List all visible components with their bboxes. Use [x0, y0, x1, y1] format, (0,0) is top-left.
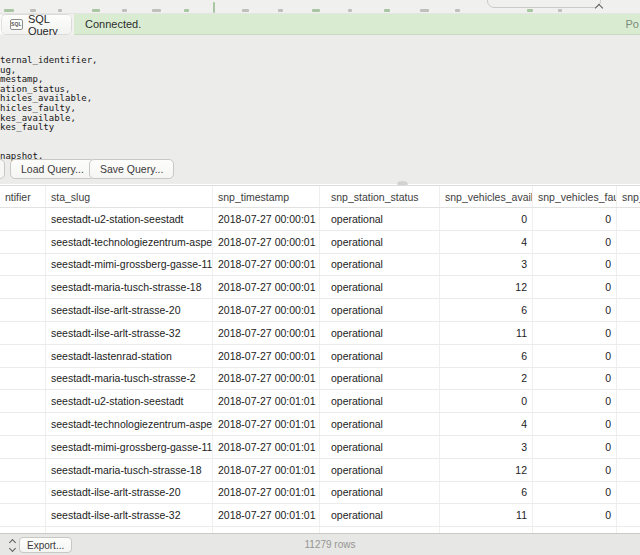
column-header-snp_b[interactable]: snp_b — [617, 186, 640, 207]
table-cell: 4 — [440, 231, 533, 253]
row-count-label: 11279 rows — [305, 539, 356, 550]
table-cell: 3 — [440, 436, 533, 458]
table-cell — [617, 459, 640, 481]
table-cell: 0 — [533, 459, 617, 481]
table-cell: seestadt-mimi-grossberg-gasse-11 — [46, 254, 213, 276]
table-cell — [617, 345, 640, 367]
table-cell: operational — [320, 208, 440, 230]
table-row[interactable]: seestadt-maria-tusch-strasse-22018-07-27… — [0, 368, 640, 391]
tab-label: SQL Query — [28, 13, 71, 37]
table-cell: 2018-07-27 00:01:01 — [213, 504, 320, 526]
table-cell: 2018-07-27 00:00:01 — [213, 276, 320, 298]
table-cell — [0, 276, 46, 298]
status-bar-clipped-right-text: Po — [626, 18, 639, 30]
table-cell: seestadt-ilse-arlt-strasse-20 — [46, 299, 213, 321]
table-row[interactable]: seestadt-mimi-grossberg-gasse-112018-07-… — [0, 436, 640, 459]
table-cell: seestadt-ilse-arlt-strasse-20 — [46, 482, 213, 504]
sql-code[interactable]: ternal_identifier,ug,mestamp,ation_statu… — [0, 56, 98, 162]
column-header-ntifier[interactable]: ntifier — [0, 186, 46, 207]
table-cell: operational — [320, 345, 440, 367]
table-row[interactable]: seestadt-ilse-arlt-strasse-322018-07-27 … — [0, 322, 640, 345]
table-row[interactable]: seestadt-lastenrad-station2018-07-27 00:… — [0, 345, 640, 368]
table-cell — [0, 390, 46, 412]
clipped-text-fragment — [152, 9, 161, 12]
load-query-button[interactable]: Load Query... — [10, 159, 95, 179]
clipped-text-fragment — [348, 9, 352, 12]
table-cell: 2018-07-27 00:01:01 — [213, 436, 320, 458]
table-cell: 2018-07-27 00:00:01 — [213, 345, 320, 367]
table-cell: 2018-07-27 00:00:01 — [213, 368, 320, 390]
clipped-toolbar-strip — [0, 0, 640, 14]
table-row[interactable]: seestadt-maria-tusch-strasse-182018-07-2… — [0, 276, 640, 299]
table-cell: seestadt-maria-tusch-strasse-2 — [46, 368, 213, 390]
table-cell: 2018-07-27 00:00:01 — [213, 299, 320, 321]
table-row[interactable]: seestadt-u2-station-seestadt2018-07-27 0… — [0, 208, 640, 231]
table-cell: seestadt-u2-station-seestadt — [46, 390, 213, 412]
clipped-text-fragment — [242, 9, 249, 12]
table-cell — [617, 276, 640, 298]
table-cell — [617, 368, 640, 390]
table-cell: seestadt-ilse-arlt-strasse-32 — [46, 322, 213, 344]
save-query-button[interactable]: Save Query... — [89, 159, 174, 179]
table-cell: 2018-07-27 00:01:01 — [213, 482, 320, 504]
table-row[interactable]: seestadt-ilse-arlt-strasse-202018-07-27 … — [0, 482, 640, 505]
table-cell — [617, 390, 640, 412]
table-cell — [617, 299, 640, 321]
clipped-text-fragment — [4, 9, 14, 12]
table-cell — [617, 254, 640, 276]
table-cell — [0, 504, 46, 526]
table-cell: 0 — [440, 208, 533, 230]
sql-icon-text: SQL — [11, 21, 22, 27]
sql-code-line — [0, 133, 98, 143]
table-cell: seestadt-technologiezentrum-aspern-iq — [46, 231, 213, 253]
table-cell: 2018-07-27 00:00:01 — [213, 254, 320, 276]
table-cell — [617, 208, 640, 230]
table-cell: 6 — [440, 299, 533, 321]
table-row[interactable]: seestadt-technologiezentrum-aspern-iq201… — [0, 231, 640, 254]
tab-sql-query[interactable]: SQL SQL Query — [2, 15, 71, 34]
table-cell: operational — [320, 299, 440, 321]
sql-code-line: kes_faulty — [0, 123, 98, 133]
table-cell — [617, 482, 640, 504]
table-row[interactable]: seestadt-mimi-grossberg-gasse-112018-07-… — [0, 254, 640, 277]
collapse-chevron-icon[interactable] — [596, 3, 603, 10]
clipped-text-fragment — [92, 9, 100, 12]
table-cell: 11 — [440, 504, 533, 526]
table-cell: 2 — [440, 368, 533, 390]
table-cell — [0, 322, 46, 344]
table-cell: operational — [320, 436, 440, 458]
table-row[interactable]: seestadt-u2-station-seestadt2018-07-27 0… — [0, 390, 640, 413]
table-row[interactable]: seestadt-ilse-arlt-strasse-202018-07-27 … — [0, 299, 640, 322]
clipped-button[interactable] — [0, 159, 5, 179]
table-cell — [0, 368, 46, 390]
table-cell: 4 — [440, 413, 533, 435]
table-row[interactable]: seestadt-maria-tusch-strasse-182018-07-2… — [0, 459, 640, 482]
table-cell — [0, 254, 46, 276]
table-cell: seestadt-mimi-grossberg-gasse-11 — [46, 436, 213, 458]
stepper-down-icon — [10, 547, 15, 552]
column-header-snp_timestamp[interactable]: snp_timestamp — [213, 186, 320, 207]
column-header-sta_slug[interactable]: sta_slug — [46, 186, 213, 207]
table-cell — [617, 231, 640, 253]
table-cell: operational — [320, 254, 440, 276]
table-cell: 11 — [440, 322, 533, 344]
table-cell: operational — [320, 276, 440, 298]
clipped-text-fragment — [558, 9, 562, 12]
results-header: ntifiersta_slugsnp_timestampsnp_station_… — [0, 186, 640, 208]
clipped-toolbar-control — [487, 0, 601, 8]
stepper-control[interactable] — [7, 538, 17, 552]
table-cell: 0 — [533, 413, 617, 435]
table-cell: 3 — [440, 254, 533, 276]
export-button[interactable]: Export... — [19, 537, 72, 553]
table-row[interactable]: seestadt-technologiezentrum-aspern-iq201… — [0, 413, 640, 436]
clipped-text-fragment — [527, 9, 533, 12]
column-header-snp_vehicles_faulty[interactable]: snp_vehicles_faulty — [533, 186, 617, 207]
table-cell: operational — [320, 368, 440, 390]
table-cell: seestadt-lastenrad-station — [46, 345, 213, 367]
table-row[interactable]: seestadt-ilse-arlt-strasse-322018-07-27 … — [0, 504, 640, 527]
table-cell: 12 — [440, 459, 533, 481]
column-header-snp_station_status[interactable]: snp_station_status — [320, 186, 440, 207]
clipped-text-fragment — [455, 9, 460, 12]
table-cell — [617, 436, 640, 458]
column-header-snp_vehicles_available[interactable]: snp_vehicles_available — [440, 186, 533, 207]
